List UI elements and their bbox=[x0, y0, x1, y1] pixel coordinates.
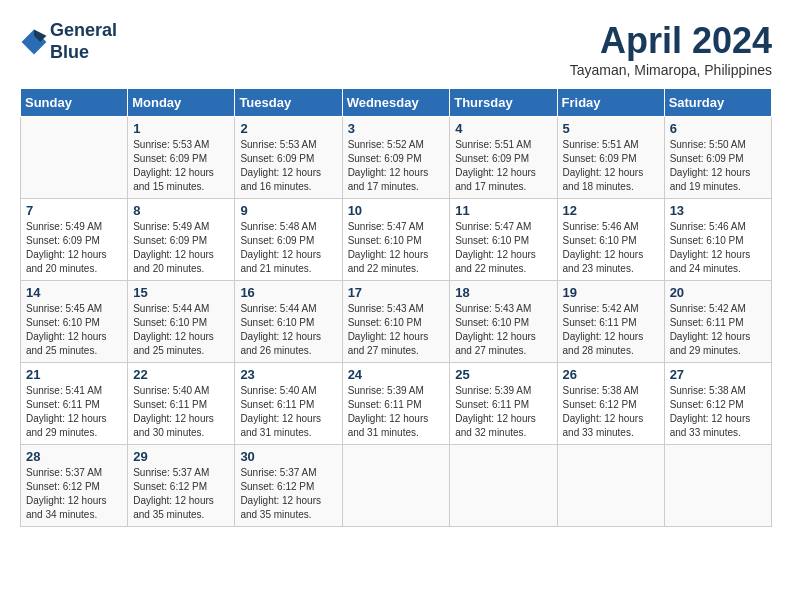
calendar-week-row: 21Sunrise: 5:41 AMSunset: 6:11 PMDayligh… bbox=[21, 363, 772, 445]
day-number: 18 bbox=[455, 285, 551, 300]
calendar-day-cell: 29Sunrise: 5:37 AMSunset: 6:12 PMDayligh… bbox=[128, 445, 235, 527]
day-info: Sunrise: 5:45 AMSunset: 6:10 PMDaylight:… bbox=[26, 302, 122, 358]
calendar-day-cell: 30Sunrise: 5:37 AMSunset: 6:12 PMDayligh… bbox=[235, 445, 342, 527]
day-header-sunday: Sunday bbox=[21, 89, 128, 117]
day-info: Sunrise: 5:46 AMSunset: 6:10 PMDaylight:… bbox=[563, 220, 659, 276]
day-info: Sunrise: 5:42 AMSunset: 6:11 PMDaylight:… bbox=[670, 302, 766, 358]
calendar-header-row: SundayMondayTuesdayWednesdayThursdayFrid… bbox=[21, 89, 772, 117]
day-number: 27 bbox=[670, 367, 766, 382]
day-info: Sunrise: 5:43 AMSunset: 6:10 PMDaylight:… bbox=[455, 302, 551, 358]
day-info: Sunrise: 5:38 AMSunset: 6:12 PMDaylight:… bbox=[563, 384, 659, 440]
day-header-friday: Friday bbox=[557, 89, 664, 117]
day-info: Sunrise: 5:47 AMSunset: 6:10 PMDaylight:… bbox=[348, 220, 445, 276]
calendar-day-cell: 18Sunrise: 5:43 AMSunset: 6:10 PMDayligh… bbox=[450, 281, 557, 363]
location: Tayaman, Mimaropa, Philippines bbox=[570, 62, 772, 78]
calendar-week-row: 1Sunrise: 5:53 AMSunset: 6:09 PMDaylight… bbox=[21, 117, 772, 199]
day-info: Sunrise: 5:37 AMSunset: 6:12 PMDaylight:… bbox=[26, 466, 122, 522]
day-info: Sunrise: 5:44 AMSunset: 6:10 PMDaylight:… bbox=[133, 302, 229, 358]
day-info: Sunrise: 5:53 AMSunset: 6:09 PMDaylight:… bbox=[240, 138, 336, 194]
calendar-day-cell: 15Sunrise: 5:44 AMSunset: 6:10 PMDayligh… bbox=[128, 281, 235, 363]
day-number: 3 bbox=[348, 121, 445, 136]
calendar-day-cell: 17Sunrise: 5:43 AMSunset: 6:10 PMDayligh… bbox=[342, 281, 450, 363]
calendar-day-cell: 22Sunrise: 5:40 AMSunset: 6:11 PMDayligh… bbox=[128, 363, 235, 445]
day-info: Sunrise: 5:37 AMSunset: 6:12 PMDaylight:… bbox=[133, 466, 229, 522]
title-block: April 2024 Tayaman, Mimaropa, Philippine… bbox=[570, 20, 772, 78]
calendar-day-cell: 25Sunrise: 5:39 AMSunset: 6:11 PMDayligh… bbox=[450, 363, 557, 445]
month-title: April 2024 bbox=[570, 20, 772, 62]
logo: General Blue bbox=[20, 20, 117, 63]
calendar-day-cell: 1Sunrise: 5:53 AMSunset: 6:09 PMDaylight… bbox=[128, 117, 235, 199]
logo-icon bbox=[20, 28, 48, 56]
calendar-day-cell bbox=[557, 445, 664, 527]
day-header-tuesday: Tuesday bbox=[235, 89, 342, 117]
day-number: 14 bbox=[26, 285, 122, 300]
calendar-day-cell bbox=[450, 445, 557, 527]
calendar-day-cell: 27Sunrise: 5:38 AMSunset: 6:12 PMDayligh… bbox=[664, 363, 771, 445]
day-info: Sunrise: 5:46 AMSunset: 6:10 PMDaylight:… bbox=[670, 220, 766, 276]
day-number: 11 bbox=[455, 203, 551, 218]
day-info: Sunrise: 5:40 AMSunset: 6:11 PMDaylight:… bbox=[240, 384, 336, 440]
calendar-day-cell: 2Sunrise: 5:53 AMSunset: 6:09 PMDaylight… bbox=[235, 117, 342, 199]
calendar-day-cell bbox=[664, 445, 771, 527]
day-number: 20 bbox=[670, 285, 766, 300]
day-header-monday: Monday bbox=[128, 89, 235, 117]
day-number: 9 bbox=[240, 203, 336, 218]
calendar-day-cell: 9Sunrise: 5:48 AMSunset: 6:09 PMDaylight… bbox=[235, 199, 342, 281]
day-info: Sunrise: 5:43 AMSunset: 6:10 PMDaylight:… bbox=[348, 302, 445, 358]
calendar-table: SundayMondayTuesdayWednesdayThursdayFrid… bbox=[20, 88, 772, 527]
day-number: 17 bbox=[348, 285, 445, 300]
day-number: 10 bbox=[348, 203, 445, 218]
calendar-day-cell bbox=[342, 445, 450, 527]
day-number: 25 bbox=[455, 367, 551, 382]
day-number: 7 bbox=[26, 203, 122, 218]
day-number: 5 bbox=[563, 121, 659, 136]
day-number: 1 bbox=[133, 121, 229, 136]
day-number: 12 bbox=[563, 203, 659, 218]
logo-text: General Blue bbox=[50, 20, 117, 63]
calendar-day-cell: 12Sunrise: 5:46 AMSunset: 6:10 PMDayligh… bbox=[557, 199, 664, 281]
day-number: 13 bbox=[670, 203, 766, 218]
calendar-day-cell: 10Sunrise: 5:47 AMSunset: 6:10 PMDayligh… bbox=[342, 199, 450, 281]
calendar-day-cell: 5Sunrise: 5:51 AMSunset: 6:09 PMDaylight… bbox=[557, 117, 664, 199]
day-header-thursday: Thursday bbox=[450, 89, 557, 117]
day-info: Sunrise: 5:47 AMSunset: 6:10 PMDaylight:… bbox=[455, 220, 551, 276]
calendar-day-cell: 26Sunrise: 5:38 AMSunset: 6:12 PMDayligh… bbox=[557, 363, 664, 445]
day-number: 26 bbox=[563, 367, 659, 382]
day-info: Sunrise: 5:41 AMSunset: 6:11 PMDaylight:… bbox=[26, 384, 122, 440]
day-number: 4 bbox=[455, 121, 551, 136]
calendar-day-cell bbox=[21, 117, 128, 199]
day-info: Sunrise: 5:40 AMSunset: 6:11 PMDaylight:… bbox=[133, 384, 229, 440]
calendar-week-row: 7Sunrise: 5:49 AMSunset: 6:09 PMDaylight… bbox=[21, 199, 772, 281]
day-info: Sunrise: 5:53 AMSunset: 6:09 PMDaylight:… bbox=[133, 138, 229, 194]
calendar-day-cell: 21Sunrise: 5:41 AMSunset: 6:11 PMDayligh… bbox=[21, 363, 128, 445]
day-number: 23 bbox=[240, 367, 336, 382]
day-info: Sunrise: 5:42 AMSunset: 6:11 PMDaylight:… bbox=[563, 302, 659, 358]
day-number: 29 bbox=[133, 449, 229, 464]
calendar-day-cell: 6Sunrise: 5:50 AMSunset: 6:09 PMDaylight… bbox=[664, 117, 771, 199]
calendar-day-cell: 3Sunrise: 5:52 AMSunset: 6:09 PMDaylight… bbox=[342, 117, 450, 199]
day-number: 19 bbox=[563, 285, 659, 300]
day-info: Sunrise: 5:49 AMSunset: 6:09 PMDaylight:… bbox=[26, 220, 122, 276]
calendar-day-cell: 16Sunrise: 5:44 AMSunset: 6:10 PMDayligh… bbox=[235, 281, 342, 363]
day-number: 8 bbox=[133, 203, 229, 218]
day-info: Sunrise: 5:44 AMSunset: 6:10 PMDaylight:… bbox=[240, 302, 336, 358]
calendar-day-cell: 19Sunrise: 5:42 AMSunset: 6:11 PMDayligh… bbox=[557, 281, 664, 363]
calendar-day-cell: 4Sunrise: 5:51 AMSunset: 6:09 PMDaylight… bbox=[450, 117, 557, 199]
calendar-day-cell: 24Sunrise: 5:39 AMSunset: 6:11 PMDayligh… bbox=[342, 363, 450, 445]
calendar-day-cell: 20Sunrise: 5:42 AMSunset: 6:11 PMDayligh… bbox=[664, 281, 771, 363]
day-number: 21 bbox=[26, 367, 122, 382]
day-header-wednesday: Wednesday bbox=[342, 89, 450, 117]
calendar-day-cell: 28Sunrise: 5:37 AMSunset: 6:12 PMDayligh… bbox=[21, 445, 128, 527]
calendar-day-cell: 11Sunrise: 5:47 AMSunset: 6:10 PMDayligh… bbox=[450, 199, 557, 281]
day-header-saturday: Saturday bbox=[664, 89, 771, 117]
day-info: Sunrise: 5:38 AMSunset: 6:12 PMDaylight:… bbox=[670, 384, 766, 440]
day-info: Sunrise: 5:52 AMSunset: 6:09 PMDaylight:… bbox=[348, 138, 445, 194]
day-info: Sunrise: 5:48 AMSunset: 6:09 PMDaylight:… bbox=[240, 220, 336, 276]
calendar-day-cell: 7Sunrise: 5:49 AMSunset: 6:09 PMDaylight… bbox=[21, 199, 128, 281]
day-info: Sunrise: 5:51 AMSunset: 6:09 PMDaylight:… bbox=[455, 138, 551, 194]
day-info: Sunrise: 5:37 AMSunset: 6:12 PMDaylight:… bbox=[240, 466, 336, 522]
day-info: Sunrise: 5:50 AMSunset: 6:09 PMDaylight:… bbox=[670, 138, 766, 194]
day-number: 15 bbox=[133, 285, 229, 300]
day-number: 22 bbox=[133, 367, 229, 382]
calendar-day-cell: 8Sunrise: 5:49 AMSunset: 6:09 PMDaylight… bbox=[128, 199, 235, 281]
